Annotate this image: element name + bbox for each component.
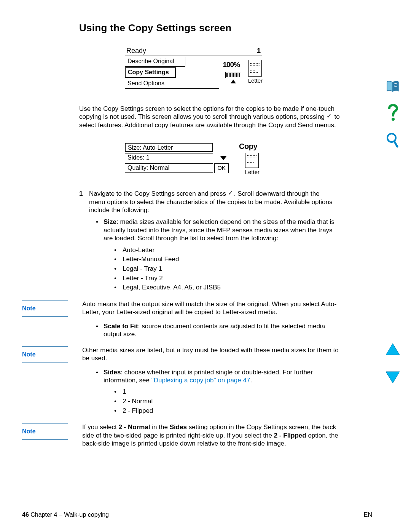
page-preview-icon [248, 60, 262, 77]
list-item: 2 - Normal [114, 397, 342, 406]
intro-paragraph: Use the Copy Settings screen to select t… [79, 105, 342, 129]
note-label: Note [22, 346, 68, 363]
note-block: Note If you select 2 - Normal in the Sid… [79, 423, 342, 447]
describe-original-button: Describe Original [125, 57, 185, 67]
list-item: Letter - Tray 2 [114, 274, 342, 283]
page-title: Using the Copy Settings screen [79, 22, 342, 34]
check-icon [228, 191, 234, 196]
svg-line-5 [394, 141, 397, 147]
list-item: 1 [114, 387, 342, 397]
up-arrow-icon [231, 80, 236, 83]
page-down-icon[interactable] [385, 371, 400, 385]
svg-marker-7 [386, 372, 400, 383]
page-up-icon[interactable] [385, 343, 400, 357]
help-icon[interactable] [387, 104, 398, 121]
zoom-value: 100% [223, 61, 240, 69]
copy-count: 1 [257, 47, 260, 55]
check-icon [327, 114, 333, 119]
note-label: Note [22, 423, 68, 440]
note-block: Note Other media sizes are listed, but a… [79, 346, 342, 363]
search-icon[interactable] [386, 133, 399, 149]
scale-bullet: Scale to Fit: source document contents a… [96, 322, 342, 339]
size-field: Size: Auto-Letter [125, 143, 213, 152]
note-text: Other media sizes are listed, but a tray… [82, 346, 342, 363]
svg-point-3 [392, 118, 395, 121]
note-block: Note Auto means that the output size wil… [79, 300, 342, 317]
screen1-figure: Ready 1 Describe Original Copy Settings … [125, 47, 262, 89]
page-number: 46 [22, 511, 29, 518]
sides-field: Sides: 1 [125, 153, 213, 162]
page-footer: 46 Chapter 4 – Walk-up copying EN [22, 511, 372, 518]
note-text: Auto means that the output size will mat… [82, 300, 342, 317]
size-bullet: Size: media sizes available for selectio… [96, 218, 342, 292]
ok-button: OK [214, 163, 229, 173]
list-item: 2 - Flipped [114, 406, 342, 416]
status-text: Ready [126, 47, 146, 55]
sides-bullet: Sides: choose whether input is printed s… [96, 368, 342, 416]
list-item: Legal, Executive, A4, A5, or JISB5 [114, 283, 342, 292]
down-arrow-icon [220, 156, 227, 160]
note-label: Note [22, 300, 68, 317]
svg-marker-6 [386, 343, 400, 355]
language-label: EN [364, 511, 372, 518]
step-1: 1Navigate to the Copy Settings screen an… [79, 190, 342, 214]
list-item: Legal - Tray 1 [114, 264, 342, 274]
copy-heading: Copy [239, 142, 257, 151]
send-options-button: Send Options [125, 79, 219, 89]
page-preview-icon [245, 153, 259, 168]
chapter-label: Chapter 4 – Walk-up copying [29, 511, 109, 518]
copy-settings-button: Copy Settings [125, 67, 176, 78]
slider-icon [225, 72, 241, 78]
paper-size-label: Letter [248, 77, 263, 84]
list-item: Auto-Letter [114, 246, 342, 255]
note-text: If you select 2 - Normal in the Sides se… [82, 423, 342, 447]
paper-size-label: Letter [245, 169, 260, 175]
list-item: Letter-Manual Feed [114, 255, 342, 264]
book-icon[interactable] [386, 80, 400, 93]
duplex-link[interactable]: "Duplexing a copy job" on page 47 [151, 377, 250, 384]
screen2-figure: Copy Size: Auto-Letter Sides: 1 Quality:… [125, 143, 262, 174]
quality-field: Quality: Normal [125, 163, 213, 173]
